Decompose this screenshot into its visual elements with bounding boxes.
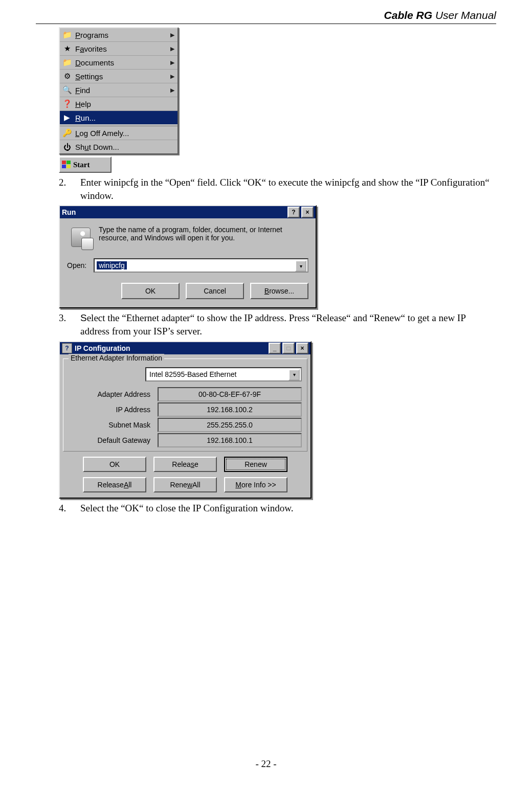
windows-flag-icon [62, 161, 71, 169]
ok-button[interactable]: OK [83, 457, 146, 472]
adapter-group: Ethernet Adapter Information Intel 82595… [63, 358, 307, 452]
value-subnet-mask: 255.255.255.0 [158, 418, 302, 432]
label-ip-address: IP Address [69, 406, 158, 414]
start-menu-item[interactable]: ❓Help [60, 97, 178, 111]
minimize-button[interactable]: _ [269, 343, 281, 354]
start-menu-label: Run... [75, 114, 96, 122]
help-button[interactable]: ? [287, 207, 300, 218]
open-combo[interactable]: winipcfg ▾ [94, 258, 308, 273]
step-text: Enter winipcfg in the “Open“ field. Clic… [80, 176, 496, 202]
start-menu-item[interactable]: 🔍Find▶ [60, 83, 178, 97]
start-menu-label: Favorites [75, 44, 107, 53]
open-label: Open: [67, 261, 86, 269]
step-text: Select the “Ethernet adapter“ to show th… [80, 311, 496, 338]
submenu-arrow-icon: ▶ [170, 73, 174, 80]
submenu-arrow-icon: ▶ [170, 46, 174, 52]
start-menu-item[interactable]: ⚙Settings▶ [60, 70, 178, 83]
ok-button[interactable]: OK [121, 283, 180, 299]
renew-button[interactable]: Renew [224, 457, 287, 472]
chevron-down-icon[interactable]: ▾ [289, 369, 300, 380]
run-title: Run [62, 208, 76, 216]
step-number: 3. [59, 311, 80, 325]
documents-icon: 📁 [62, 58, 72, 67]
start-menu-label: Help [75, 100, 91, 108]
chevron-down-icon[interactable]: ▾ [295, 260, 306, 272]
value-ip-address: 192.168.100.2 [158, 402, 302, 417]
release-all-button[interactable]: Release All [83, 477, 146, 492]
step-number: 4. [59, 502, 80, 515]
cancel-button[interactable]: Cancel [186, 283, 244, 299]
favorites-icon: ★ [62, 44, 72, 53]
step-text: Select the “OK“ to close the IP Configur… [80, 502, 294, 515]
start-menu-item[interactable]: 📁Documents▶ [60, 56, 178, 70]
start-menu-item[interactable]: ★Favorites▶ [60, 42, 178, 56]
run-titlebar: Run ? × [60, 206, 316, 218]
start-menu-label: Settings [75, 72, 103, 81]
start-menu-label: Programs [75, 31, 108, 39]
maximize-button: □ [282, 343, 295, 354]
start-button[interactable]: Start [59, 156, 112, 173]
run-message: Type the name of a program, folder, docu… [99, 226, 308, 242]
ipconfig-icon: ? [62, 343, 72, 353]
programs-icon: 📁 [62, 30, 72, 39]
step-number: 2. [59, 176, 80, 189]
logoff-icon: 🔑 [62, 128, 72, 138]
group-label: Ethernet Adapter Information [69, 354, 164, 362]
run-icon [69, 226, 93, 249]
start-menu-item[interactable]: 🔑Log Off Amely... [60, 126, 178, 140]
value-default-gateway: 192.168.100.1 [158, 433, 302, 447]
page-number: - 22 - [0, 758, 532, 770]
start-menu-label: Shut Down... [75, 143, 119, 151]
shutdown-icon: ⏻ [62, 142, 72, 151]
start-button-label: Start [73, 161, 90, 169]
run-dialog: Run ? × Type the name of a program, fold… [59, 205, 317, 308]
value-adapter-address: 00-80-C8-EF-67-9F [158, 387, 302, 401]
start-menu-item[interactable]: ⏻Shut Down... [60, 140, 178, 153]
help-icon: ❓ [62, 99, 72, 108]
header-rule [36, 24, 496, 24]
open-value: winipcfg [97, 261, 127, 269]
adapter-value: Intel 82595-Based Ethernet [149, 370, 236, 378]
settings-icon: ⚙ [62, 72, 72, 81]
start-menu-item[interactable]: 📁Programs▶ [60, 28, 178, 42]
page-header: Cable RG User Manual [36, 0, 496, 21]
find-icon: 🔍 [62, 85, 72, 95]
label-default-gateway: Default Gateway [69, 436, 158, 444]
close-button[interactable]: × [301, 207, 314, 218]
adapter-combo[interactable]: Intel 82595-Based Ethernet ▾ [145, 367, 302, 381]
release-button[interactable]: Release [153, 457, 217, 472]
ipconfig-titlebar: ? IP Configuration _ □ × [60, 342, 311, 354]
close-button[interactable]: × [296, 343, 308, 354]
start-menu-label: Find [75, 86, 90, 95]
submenu-arrow-icon: ▶ [170, 87, 174, 94]
label-adapter-address: Adapter Address [69, 390, 158, 398]
ipconfig-title: IP Configuration [75, 344, 130, 352]
submenu-arrow-icon: ▶ [170, 59, 174, 66]
start-menu-label: Documents [75, 58, 114, 67]
run-icon: ▶ [62, 113, 72, 122]
browse-button[interactable]: Browse... [250, 283, 308, 299]
start-menu-item[interactable]: ▶Run... [60, 111, 178, 125]
more-info-button[interactable]: More Info >> [224, 477, 287, 492]
submenu-arrow-icon: ▶ [170, 32, 174, 38]
ipconfig-dialog: ? IP Configuration _ □ × Ethernet Adapte… [59, 341, 312, 499]
start-menu-label: Log Off Amely... [75, 129, 129, 138]
label-subnet-mask: Subnet Mask [69, 421, 158, 429]
start-menu: 📁Programs▶★Favorites▶📁Documents▶⚙Setting… [59, 27, 179, 154]
renew-all-button[interactable]: Renew All [153, 477, 217, 492]
